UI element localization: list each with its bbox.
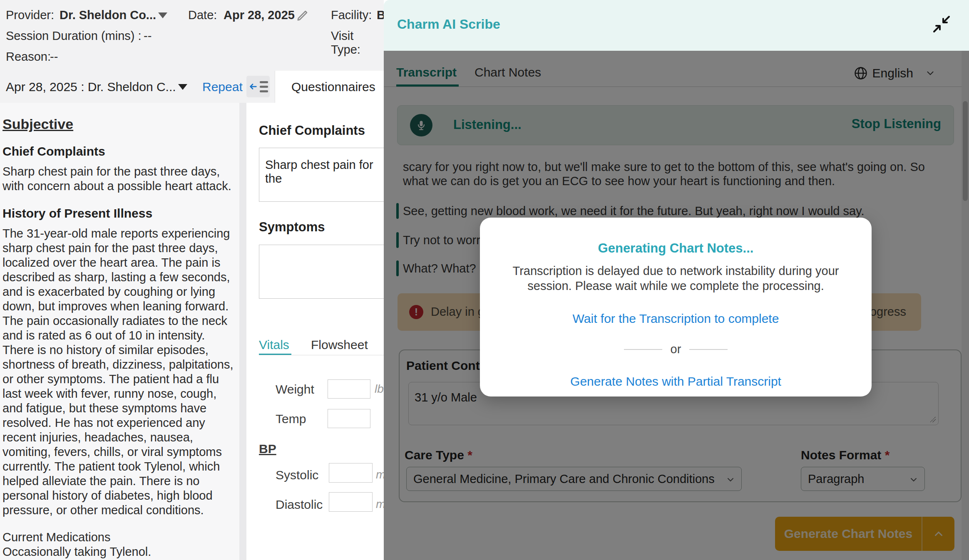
encounter-dropdown-caret-icon[interactable] bbox=[178, 84, 187, 90]
scribe-header: Charm AI Scribe bbox=[384, 0, 969, 51]
app-window: Provider: Dr. Sheldon Co... Date: Apr 28… bbox=[0, 0, 969, 560]
divider-line bbox=[689, 349, 728, 350]
facility-value: B bbox=[377, 8, 384, 22]
symptoms-input[interactable] bbox=[259, 245, 396, 299]
encounter-selector-bar: Apr 28, 2025 : Dr. Sheldon C... Repeat Q… bbox=[0, 71, 384, 103]
questionnaire-form: Chief Complaints Sharp chest pain for th… bbox=[246, 103, 384, 560]
facility-label: Facility: bbox=[331, 8, 372, 22]
current-medications-text: Occasionally taking Tylenol. bbox=[2, 545, 238, 559]
tab-questionnaires[interactable]: Questionnaires bbox=[291, 80, 375, 94]
section-title-subjective: Subjective bbox=[2, 117, 238, 131]
or-divider: or bbox=[480, 342, 872, 356]
modal-message: Transcription is delayed due to network … bbox=[509, 263, 842, 293]
bp-heading: BP bbox=[259, 442, 276, 456]
diastolic-input[interactable] bbox=[329, 492, 373, 512]
session-duration-value: -- bbox=[144, 29, 152, 43]
current-medications-heading: Current Medications bbox=[2, 530, 238, 545]
panel-divider bbox=[239, 103, 246, 560]
temp-input[interactable] bbox=[328, 409, 370, 428]
edit-date-pencil-icon[interactable] bbox=[296, 9, 309, 22]
collapse-left-arrow-icon bbox=[248, 82, 258, 91]
or-text: or bbox=[671, 342, 681, 356]
provider-label: Provider: bbox=[6, 8, 54, 22]
tabs-divider bbox=[259, 355, 384, 355]
provider-value[interactable]: Dr. Sheldon Co... bbox=[60, 8, 156, 22]
repeat-link[interactable]: Repeat bbox=[202, 80, 243, 94]
scribe-title: Charm AI Scribe bbox=[397, 17, 500, 32]
provider-dropdown-caret-icon[interactable] bbox=[158, 12, 167, 18]
encounter-header: Provider: Dr. Sheldon Co... Date: Apr 28… bbox=[0, 0, 384, 71]
encounter-select[interactable]: Apr 28, 2025 : Dr. Sheldon C... bbox=[6, 80, 176, 94]
tab-vitals[interactable]: Vitals bbox=[259, 338, 289, 352]
weight-input[interactable] bbox=[328, 379, 370, 399]
generate-partial-transcript-link[interactable]: Generate Notes with Partial Transcript bbox=[480, 374, 872, 389]
weight-label: Weight bbox=[276, 382, 314, 396]
chief-complaints-input[interactable]: Sharp chest pain for the bbox=[259, 148, 396, 202]
chief-complaints-heading: Chief Complaints bbox=[2, 144, 238, 159]
date-value: Apr 28, 2025 bbox=[224, 8, 295, 22]
temp-label: Temp bbox=[276, 412, 306, 426]
chief-complaints-label: Chief Complaints bbox=[259, 123, 365, 138]
session-duration-label: Session Duration (mins) : bbox=[6, 29, 142, 43]
systolic-input[interactable] bbox=[329, 463, 373, 483]
modal-title: Generating Chart Notes... bbox=[480, 241, 872, 256]
systolic-label: Systolic bbox=[276, 468, 318, 482]
collapse-lines-icon bbox=[260, 81, 268, 92]
collapse-panel-button[interactable] bbox=[246, 76, 270, 97]
hpi-text: The 31-year-old male reports experiencin… bbox=[2, 226, 238, 518]
minimize-panel-icon[interactable] bbox=[932, 14, 952, 34]
diastolic-label: Diastolic bbox=[276, 498, 323, 512]
reason-value: -- bbox=[50, 50, 58, 64]
chief-complaints-text: Sharp chest pain for the past three days… bbox=[2, 164, 238, 193]
generating-chart-notes-modal: Generating Chart Notes... Transcription … bbox=[480, 218, 872, 396]
date-label: Date: bbox=[188, 8, 217, 22]
wait-for-transcription-link[interactable]: Wait for the Transcription to complete bbox=[480, 312, 872, 326]
soap-note-panel[interactable]: Subjective Chief Complaints Sharp chest … bbox=[0, 103, 239, 560]
visit-type-label: Visit Type: bbox=[331, 29, 384, 57]
hpi-heading: History of Present Illness bbox=[2, 206, 238, 221]
symptoms-label: Symptoms bbox=[259, 220, 325, 235]
divider-line bbox=[624, 349, 662, 350]
reason-label: Reason: bbox=[6, 50, 51, 64]
tab-flowsheet[interactable]: Flowsheet bbox=[311, 338, 368, 352]
